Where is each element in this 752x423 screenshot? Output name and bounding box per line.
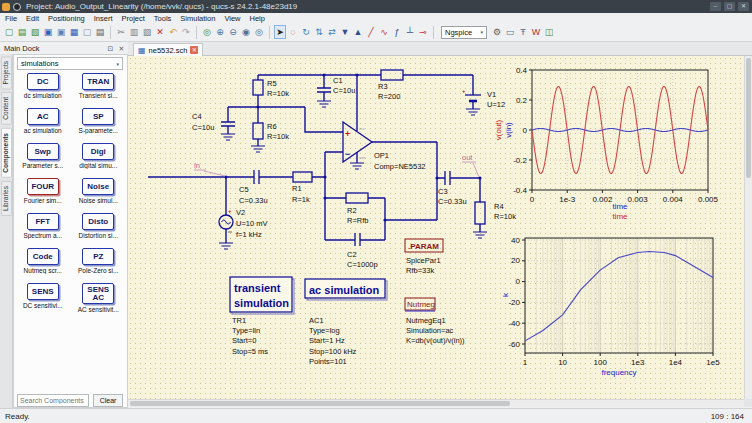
resistor-R5[interactable]: R5 R=10k [253,79,289,98]
component-s-parameter[interactable]: SP S-paramete... [71,106,127,141]
simulator-select[interactable]: Ngspice ▾ [441,26,487,39]
insert-port-icon[interactable]: ⊸ [417,25,429,39]
open-file-icon[interactable]: ▤ [16,25,28,39]
wire-label-icon[interactable]: ∿ [378,25,390,39]
rotate-icon[interactable]: ↻ [300,25,312,39]
close-file-icon[interactable]: ▢ [81,25,93,39]
zoom-100-icon[interactable]: ◎ [253,25,265,39]
paste-icon[interactable]: ▨ [141,25,153,39]
component-noise-simulation[interactable]: Noise Noise simul... [71,176,127,211]
wire-icon[interactable]: ╱ [365,25,377,39]
capacitor-C5[interactable]: C5 C=0.33u [239,170,268,205]
select-marker-icon[interactable]: ◌ [287,25,299,39]
view-display-icon[interactable]: ▭ [504,25,516,39]
equation-icon[interactable]: ƒ [391,25,403,39]
menu-item[interactable]: Edit [26,14,39,23]
document-tab[interactable]: ▦ ne5532.sch ✕ [133,43,203,56]
zoom-out-icon[interactable]: ⊖ [227,25,239,39]
mirror-x-icon[interactable]: ⇄ [326,25,338,39]
capacitor-C1[interactable]: C1 C=10u [317,76,355,95]
resistor-R3[interactable]: R3 R=200 [378,70,403,101]
new-text-file-icon[interactable]: ▧ [29,25,41,39]
transient-plot[interactable]: 01e-30.0020.0030.0040.0050.40.20-0.2-0.4… [494,66,719,222]
redo-icon[interactable]: ↷ [180,25,192,39]
component-transient-simulation[interactable]: TRAN Transient si... [71,71,127,106]
vertical-scrollbar-thumb[interactable] [746,58,751,178]
menu-item[interactable]: View [224,14,240,23]
component-dc-simulation[interactable]: DC dc simulation [15,71,71,106]
save-all-icon[interactable]: ▦ [68,25,80,39]
save-as-icon[interactable]: ▣ [55,25,67,39]
zoom-rebuild-icon[interactable]: ◎ [201,25,213,39]
insert-ground-icon[interactable]: ┴ [404,25,416,39]
opamp-OP1[interactable]: + − vcc vee OP1 Comp=NE5532 [343,122,426,171]
transient-simulation-block[interactable]: transient simulation TR1 Type=lin Start=… [230,277,294,356]
schematic-canvas[interactable]: R5 R=10k R6 R=10k C4 C=10u C1 C=10u [128,56,744,399]
mirror-y-icon[interactable]: ⇅ [313,25,325,39]
component-parameter-sweep[interactable]: Swp Parameter s... [15,141,71,176]
simulate-gear-icon[interactable]: ⚙ [491,25,503,39]
sidebar-tab-libraries[interactable]: Libraries [1,181,12,216]
minimize-button[interactable]: – [710,2,721,11]
frequency-response-plot[interactable]: 1101001e31e41e540200-20-40-60frequencyk [501,236,720,378]
component-ac-sensitivity[interactable]: SENS AC AC sensitivit... [71,281,127,316]
wire-label-in[interactable]: in [194,161,225,176]
component-pole-zero-simulation[interactable]: PZ Pole-Zero si... [71,246,127,281]
undo-icon[interactable]: ↶ [167,25,179,39]
resistor-R4[interactable]: R4 R=10k [475,202,516,224]
menu-item[interactable]: Simulation [180,14,215,23]
resistor-R6[interactable]: R6 R=10k [253,122,289,141]
maximize-button[interactable]: ▢ [724,2,735,11]
zoom-fit-icon[interactable]: ◉ [240,25,252,39]
component-dc-sensitivity[interactable]: SENS DC sensitivi... [15,281,71,316]
tab-close-icon[interactable]: ✕ [190,46,198,54]
menu-item[interactable]: Positioning [48,14,85,23]
component-spectrum-analysis[interactable]: FFT Spectrum a... [15,211,71,246]
menu-item[interactable]: Help [250,14,265,23]
copy-icon[interactable]: ▥ [128,25,140,39]
zoom-in-icon[interactable]: ⊕ [214,25,226,39]
sidebar-tab-components[interactable]: Components [1,128,12,178]
push-into-icon[interactable]: ▼ [339,25,351,39]
calc-dc-icon[interactable]: Ŧ [517,25,529,39]
print-icon[interactable]: ▤ [94,25,106,39]
capacitor-C3[interactable]: C3 C=0.33u [438,171,467,206]
wire-label-out[interactable]: out [462,153,479,177]
delete-icon[interactable]: ✕ [154,25,166,39]
menu-item[interactable]: Project [122,14,145,23]
component-digital-simulation[interactable]: Digi digital simu... [71,141,127,176]
capacitor-C2[interactable]: C2 C=1000p [347,233,378,269]
component-ac-simulation[interactable]: AC ac simulation [15,106,71,141]
cut-icon[interactable]: ✂ [115,25,127,39]
resistor-R2[interactable]: R2 R=Rfb [346,193,368,225]
show-results-icon[interactable]: ◫ [543,25,555,39]
close-button[interactable]: ✕ [738,2,749,11]
menu-item[interactable]: Insert [94,14,113,23]
save-icon[interactable]: ▣ [42,25,54,39]
new-schematic-icon[interactable]: ▢ [3,25,15,39]
component-fourier-simulation[interactable]: FOUR Fourier sim... [15,176,71,211]
wires[interactable] [148,75,480,243]
component-distortion-simulation[interactable]: Disto Distortion si... [71,211,127,246]
component-nutmeg-script[interactable]: Code Nutmeg scr... [15,246,71,281]
dock-float-button[interactable]: ⊡ [106,44,115,53]
nutmeg-equation-block[interactable]: Nutmeg NutmegEq1 Simulation=ac K=db(v(ou… [405,298,465,345]
simulation-messages-icon[interactable]: W [530,25,542,39]
horizontal-scrollbar-thumb[interactable] [130,401,510,406]
component-category-select[interactable]: simulations ▾ [17,57,123,70]
horizontal-scrollbar[interactable] [128,399,744,407]
search-components-input[interactable] [17,394,89,407]
spice-param-block[interactable]: .PARAM SpicePar1 Rfb=33k [405,239,443,275]
ac-simulation-block[interactable]: ac simulation AC1 Type=log Start=1 Hz St… [305,279,387,366]
menu-item[interactable]: Tools [154,14,172,23]
sidebar-tab-content[interactable]: Content [1,92,12,125]
clear-search-button[interactable]: Clear [93,394,123,407]
select-pointer-icon[interactable]: ➤ [274,25,286,39]
resistor-R1[interactable]: R1 R=1k [292,172,312,204]
pop-out-icon[interactable]: ▲ [352,25,364,39]
dock-close-button[interactable]: ✕ [117,44,126,53]
source-V1[interactable]: + V1 U=12 [462,88,505,109]
vertical-scrollbar[interactable] [744,56,752,399]
sidebar-tab-projects[interactable]: Projects [1,56,12,89]
menu-item[interactable]: File [5,14,17,23]
